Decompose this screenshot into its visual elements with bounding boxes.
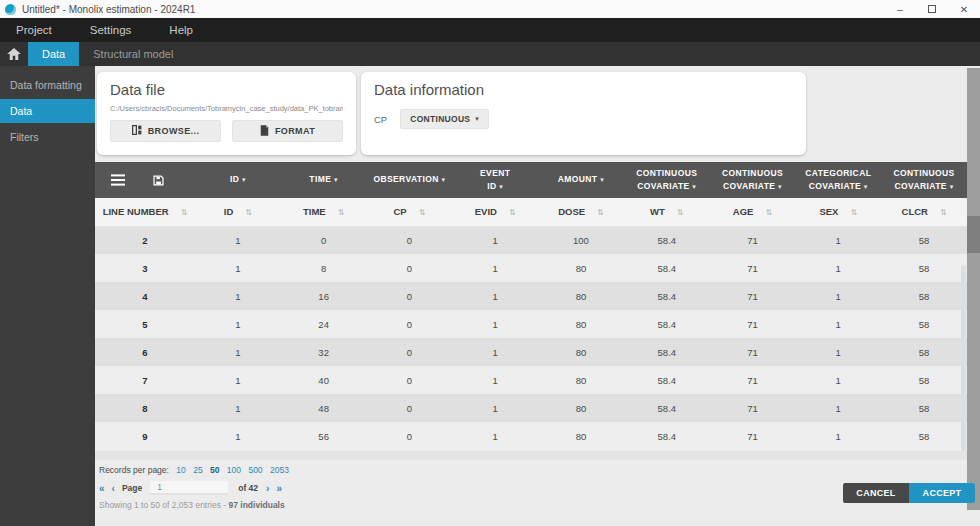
column-type-dropdown[interactable]: EVENTID ▾ bbox=[452, 162, 538, 198]
document-icon bbox=[260, 125, 269, 138]
sort-icon[interactable]: ⇅ bbox=[765, 208, 772, 217]
sort-icon[interactable]: ⇅ bbox=[181, 208, 188, 217]
table-cell: 3 bbox=[95, 254, 195, 282]
column-type-dropdown[interactable]: CONTINUOUSCOVARIATE ▾ bbox=[624, 162, 710, 198]
column-header[interactable]: SEX⇅ bbox=[795, 198, 881, 226]
table-menu-icon[interactable] bbox=[111, 173, 125, 187]
table-cell: 0 bbox=[367, 422, 453, 450]
table-row[interactable]: 6132018058.471158 bbox=[95, 338, 967, 366]
tab-structural-model[interactable]: Structural model bbox=[79, 42, 187, 66]
records-option-10[interactable]: 10 bbox=[176, 465, 185, 475]
column-header[interactable]: TIME⇅ bbox=[281, 198, 367, 226]
sidebar-item-filters[interactable]: Filters bbox=[0, 125, 95, 149]
table-cell: 1 bbox=[195, 338, 281, 366]
table-row[interactable]: 7140018058.471158 bbox=[95, 366, 967, 394]
pagination: « ‹ Page of 42 › » bbox=[99, 481, 289, 495]
page-input[interactable] bbox=[150, 481, 228, 495]
column-type-dropdown-cp[interactable]: CONTINUOUS ▾ bbox=[400, 109, 489, 129]
next-page-icon[interactable]: › bbox=[266, 483, 269, 494]
menu-project[interactable]: Project bbox=[12, 24, 56, 36]
column-label: TIME bbox=[303, 206, 326, 217]
records-option-50[interactable]: 50 bbox=[210, 465, 219, 475]
table-cell: 71 bbox=[710, 254, 796, 282]
chevron-down-icon: ▾ bbox=[242, 176, 246, 183]
tab-data[interactable]: Data bbox=[28, 42, 79, 66]
sort-icon[interactable]: ⇅ bbox=[338, 208, 345, 217]
scrollbar-thumb[interactable] bbox=[967, 216, 980, 253]
accept-button[interactable]: ACCEPT bbox=[909, 483, 975, 503]
sort-icon[interactable]: ⇅ bbox=[245, 208, 252, 217]
data-file-title: Data file bbox=[110, 81, 343, 98]
column-header[interactable]: CP⇅ bbox=[367, 198, 453, 226]
horizontal-scrollbar-track[interactable] bbox=[95, 451, 967, 460]
table-row[interactable]: 4116018058.471158 bbox=[95, 282, 967, 310]
home-icon[interactable] bbox=[0, 42, 28, 66]
table-cell: 56 bbox=[281, 422, 367, 450]
column-type-dropdown[interactable]: OBSERVATION ▾ bbox=[367, 162, 453, 198]
records-option-100[interactable]: 100 bbox=[227, 465, 241, 475]
format-button[interactable]: FORMAT bbox=[232, 120, 343, 142]
records-per-page: Records per page: 10 25 50 100 500 2053 bbox=[99, 465, 289, 475]
data-information-title: Data information bbox=[374, 81, 793, 98]
table-cell: 58.4 bbox=[624, 394, 710, 422]
sort-icon[interactable]: ⇅ bbox=[677, 208, 684, 217]
column-type-dropdown[interactable]: AMOUNT ▾ bbox=[538, 162, 624, 198]
sort-icon[interactable]: ⇅ bbox=[597, 208, 604, 217]
column-type-dropdown[interactable]: TIME ▾ bbox=[281, 162, 367, 198]
maximize-icon[interactable] bbox=[916, 0, 948, 18]
menu-help[interactable]: Help bbox=[165, 24, 197, 36]
table-cell: 71 bbox=[710, 226, 796, 254]
browse-button[interactable]: BROWSE... bbox=[110, 120, 221, 142]
column-header[interactable]: ID⇅ bbox=[195, 198, 281, 226]
column-type-dropdown[interactable]: ID ▾ bbox=[195, 162, 281, 198]
cancel-button[interactable]: CANCEL bbox=[843, 483, 909, 503]
column-header[interactable]: LINE NUMBER⇅ bbox=[95, 198, 195, 226]
sort-icon[interactable]: ⇅ bbox=[940, 208, 947, 217]
sidebar-item-data[interactable]: Data bbox=[0, 99, 95, 123]
chevron-down-icon: ▾ bbox=[334, 176, 338, 183]
table-scrollbar[interactable] bbox=[961, 265, 966, 451]
table-cell: 1 bbox=[452, 338, 538, 366]
column-header[interactable]: AGE⇅ bbox=[710, 198, 796, 226]
window-scrollbar[interactable] bbox=[967, 68, 980, 510]
sort-icon[interactable]: ⇅ bbox=[509, 208, 516, 217]
close-icon[interactable]: ✕ bbox=[948, 0, 980, 18]
column-type-dropdown[interactable]: CATEGORICALCOVARIATE ▾ bbox=[795, 162, 881, 198]
table-cell: 58 bbox=[881, 366, 967, 394]
table-row[interactable]: 318018058.471158 bbox=[95, 254, 967, 282]
sort-icon[interactable]: ⇅ bbox=[850, 208, 857, 217]
table-cell: 1 bbox=[452, 254, 538, 282]
records-option-2053[interactable]: 2053 bbox=[270, 465, 289, 475]
last-page-icon[interactable]: » bbox=[276, 483, 282, 494]
minimize-icon[interactable]: – bbox=[884, 0, 916, 18]
column-header[interactable]: WT⇅ bbox=[624, 198, 710, 226]
window-title: Untitled* - Monolix estimation - 2024R1 bbox=[22, 4, 195, 15]
column-header[interactable]: DOSE⇅ bbox=[538, 198, 624, 226]
sort-icon[interactable]: ⇅ bbox=[419, 208, 426, 217]
sidebar: Data formatting Data Filters bbox=[0, 66, 95, 526]
records-option-500[interactable]: 500 bbox=[248, 465, 262, 475]
table-cell: 1 bbox=[452, 366, 538, 394]
column-type-dropdown[interactable]: CONTINUOUSCOVARIATE ▾ bbox=[881, 162, 967, 198]
table-cell: 1 bbox=[452, 394, 538, 422]
table-row[interactable]: 5124018058.471158 bbox=[95, 310, 967, 338]
table-cell: 1 bbox=[452, 422, 538, 450]
table-cell: 58.4 bbox=[624, 310, 710, 338]
data-table-wrap: ID ▾TIME ▾OBSERVATION ▾EVENTID ▾AMOUNT ▾… bbox=[95, 162, 967, 450]
sidebar-item-data-formatting[interactable]: Data formatting bbox=[0, 73, 95, 97]
records-option-25[interactable]: 25 bbox=[193, 465, 202, 475]
table-row[interactable]: 9156018058.471158 bbox=[95, 422, 967, 450]
first-page-icon[interactable]: « bbox=[99, 483, 105, 494]
column-header[interactable]: EVID⇅ bbox=[452, 198, 538, 226]
page-count-label: of 42 bbox=[238, 483, 258, 493]
table-cell: 58 bbox=[881, 422, 967, 450]
data-table: ID ▾TIME ▾OBSERVATION ▾EVENTID ▾AMOUNT ▾… bbox=[95, 162, 967, 450]
table-row[interactable]: 2100110058.471158 bbox=[95, 226, 967, 254]
chevron-down-icon: ▾ bbox=[778, 183, 782, 190]
column-type-dropdown[interactable]: CONTINUOUSCOVARIATE ▾ bbox=[710, 162, 796, 198]
column-header[interactable]: CLCR⇅ bbox=[881, 198, 967, 226]
menu-settings[interactable]: Settings bbox=[86, 24, 136, 36]
table-row[interactable]: 8148018058.471158 bbox=[95, 394, 967, 422]
save-icon[interactable] bbox=[153, 175, 164, 186]
previous-page-icon[interactable]: ‹ bbox=[112, 483, 115, 494]
